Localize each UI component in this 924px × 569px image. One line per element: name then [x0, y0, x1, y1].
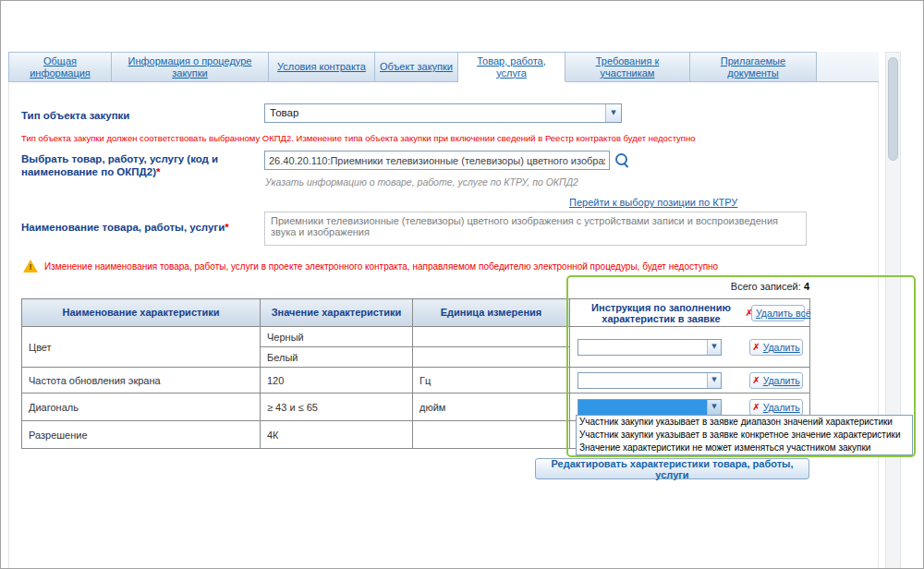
characteristic-value-cell: Белый: [261, 347, 413, 368]
dropdown-arrow-icon[interactable]: ▼: [605, 104, 621, 122]
required-mark: *: [225, 222, 228, 233]
table-row: Частота обновления экрана 120 Гц ▼ ✗ Уда…: [22, 368, 810, 393]
tab-general-info[interactable]: Общая информация: [8, 52, 112, 82]
okpd-search-button[interactable]: [614, 151, 630, 168]
characteristic-value-cell: 120: [261, 368, 413, 393]
characteristic-value-cell: 4К: [261, 421, 413, 449]
okpd-code-input[interactable]: [264, 151, 610, 170]
tab-bar: Общая информация Информация о процедуре …: [8, 52, 879, 82]
characteristic-name-cell: Частота обновления экрана: [22, 368, 261, 393]
dropdown-option[interactable]: Участник закупки указывает в заявке диап…: [577, 416, 912, 429]
tab-label: Условия контракта: [274, 61, 370, 73]
tab-procurement-object[interactable]: Объект закупки: [375, 52, 458, 82]
characteristic-name-cell: Разрешение: [22, 421, 261, 449]
search-icon: [614, 151, 630, 168]
tab-label: Информация о процедуре закупки: [112, 55, 268, 79]
tab-label: Общая информация: [9, 55, 111, 79]
delete-icon: ✗: [752, 343, 760, 352]
column-header-instruction: Инструкция по заполнению характеристик в…: [570, 299, 810, 327]
tab-label: Товар, работа, услуга: [458, 55, 565, 79]
instruction-cell: ▼ ✗ Удалить Участник закупки указывает в…: [570, 393, 810, 421]
ktru-position-link[interactable]: Перейти к выбору позиции по КТРУ: [569, 197, 737, 208]
instruction-select-refresh-rate[interactable]: ▼: [578, 372, 722, 389]
dropdown-arrow-icon[interactable]: ▼: [707, 400, 721, 415]
delete-icon: ✗: [746, 309, 753, 318]
delete-button-color[interactable]: ✗ Удалить: [749, 339, 803, 356]
vertical-scrollbar[interactable]: [885, 52, 901, 569]
instruction-select-diagonal-open[interactable]: ▼: [578, 399, 722, 416]
characteristics-table: Наименование характеристики Значение хар…: [21, 298, 810, 449]
dropdown-option[interactable]: Участник закупки указывает в заявке конк…: [577, 429, 912, 442]
tab-goods-works-services[interactable]: Товар, работа, услуга: [458, 52, 565, 82]
tab-attached-documents[interactable]: Прилагаемые документы: [690, 52, 817, 82]
dropdown-arrow-icon[interactable]: ▼: [707, 340, 721, 355]
records-count: 4: [804, 281, 809, 292]
goods-name-warning: ! Изменение наименования товара, работы,…: [23, 260, 864, 272]
delete-icon: ✗: [752, 403, 760, 412]
delete-button-refresh-rate[interactable]: ✗ Удалить: [749, 372, 803, 389]
procurement-form-page: Общая информация Информация о процедуре …: [0, 0, 924, 569]
object-type-warning-text: Тип объекта закупки должен соответствова…: [21, 133, 867, 144]
unit-cell: Гц: [413, 368, 570, 393]
tab-participant-requirements[interactable]: Требования к участникам: [565, 52, 690, 82]
records-total: Всего записей: 4: [606, 281, 809, 292]
object-type-select[interactable]: Товар ▼: [264, 103, 622, 123]
characteristic-name-cell: Цвет: [22, 327, 261, 368]
panel-right-border: [878, 82, 879, 568]
unit-cell: [413, 327, 570, 347]
column-header-value: Значение характеристики: [261, 299, 413, 327]
instruction-dropdown-list: Участник закупки указывает в заявке диап…: [576, 415, 913, 455]
instruction-cell: ▼ ✗ Удалить: [570, 327, 810, 368]
tab-procurement-procedure-info[interactable]: Информация о процедуре закупки: [112, 52, 269, 82]
panel-left-border: [8, 82, 9, 568]
unit-cell: дюйм: [413, 393, 570, 421]
okpd-hint-text: Указать информацию о товаре, работе, усл…: [265, 176, 578, 188]
table-row: Цвет Черный ▼ ✗ Удалить: [22, 327, 810, 347]
characteristic-name-cell: Диагональ: [22, 393, 261, 421]
tab-label: Прилагаемые документы: [690, 55, 816, 79]
tab-label: Требования к участникам: [565, 55, 689, 79]
edit-characteristics-button[interactable]: Редактировать характеристики товара, раб…: [535, 458, 809, 479]
dropdown-arrow-icon[interactable]: ▼: [707, 373, 721, 388]
goods-name-label: Наименование товара, работы, услуги*: [21, 221, 261, 234]
column-header-unit: Единица измерения: [413, 299, 570, 327]
instruction-cell: ▼ ✗ Удалить: [570, 368, 810, 393]
delete-icon: ✗: [752, 376, 760, 385]
tab-contract-terms[interactable]: Условия контракта: [269, 52, 375, 82]
okpd-picker-label: Выбрать товар, работу, услугу (код и наи…: [21, 152, 258, 178]
goods-name-textarea[interactable]: Приемники телевизионные (телевизоры) цве…: [264, 212, 807, 246]
table-row: Диагональ ≥ 43 и ≤ 65 дюйм ▼ ✗ Удалить: [22, 393, 810, 421]
characteristic-value-cell: ≥ 43 и ≤ 65: [261, 393, 413, 421]
column-header-name: Наименование характеристики: [22, 299, 261, 327]
instruction-select-color[interactable]: ▼: [578, 339, 722, 356]
unit-cell: [413, 421, 570, 449]
table-header-row: Наименование характеристики Значение хар…: [22, 299, 810, 327]
delete-button-diagonal[interactable]: ✗ Удалить: [749, 399, 803, 416]
tab-label: Объект закупки: [376, 61, 456, 73]
tab-bar-filler: [817, 52, 879, 82]
unit-cell: [413, 347, 570, 368]
object-type-selected-value: Товар: [265, 104, 605, 122]
scrollbar-thumb[interactable]: [888, 57, 898, 161]
warning-icon: !: [23, 260, 38, 272]
goods-name-warning-text: Изменение наименования товара, работы, у…: [44, 261, 718, 272]
characteristic-value-cell: Черный: [261, 327, 413, 347]
object-type-label: Тип объекта закупки: [21, 109, 243, 122]
delete-all-button[interactable]: ✗ Удалить всё: [751, 305, 805, 321]
required-mark: *: [156, 166, 160, 177]
dropdown-option[interactable]: Значение характеристики не может изменят…: [577, 442, 912, 454]
